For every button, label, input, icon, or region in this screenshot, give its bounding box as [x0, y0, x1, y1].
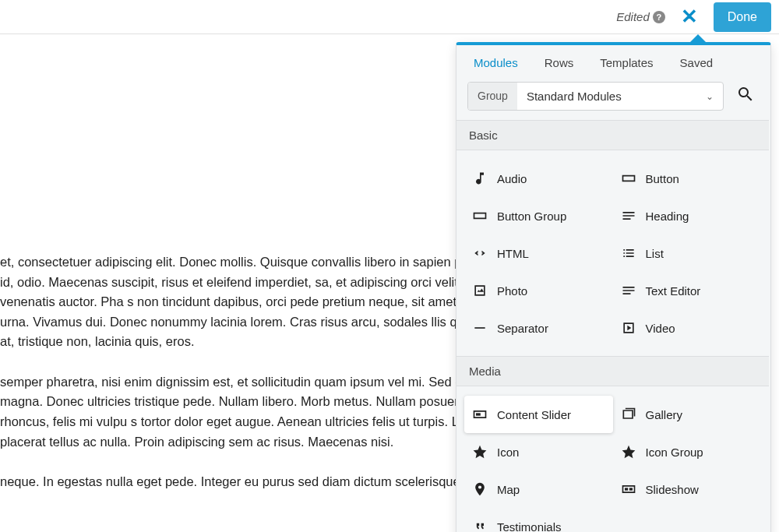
module-video[interactable]: Video [613, 309, 762, 347]
module-map[interactable]: Map [464, 470, 613, 508]
section-media-header: Media [456, 356, 769, 386]
module-button-group[interactable]: Button Group [464, 197, 613, 234]
button-icon [621, 171, 636, 186]
search-icon[interactable] [731, 85, 760, 108]
media-grid: Content Slider Gallery Icon Icon Group M… [456, 386, 769, 532]
text-editor-icon [621, 283, 636, 298]
video-icon [621, 320, 636, 336]
star-icon [621, 444, 636, 460]
module-photo[interactable]: Photo [464, 272, 613, 309]
content-slider-icon [472, 407, 488, 422]
edited-status: Edited ? [616, 10, 665, 23]
filter-row: Group Standard Modules ⌄ [456, 77, 770, 120]
module-separator[interactable]: Separator [464, 309, 613, 347]
tab-templates[interactable]: Templates [600, 56, 653, 69]
module-heading[interactable]: Heading [613, 197, 762, 234]
separator-icon [472, 320, 488, 336]
photo-icon [472, 283, 488, 298]
module-slideshow[interactable]: Slideshow [613, 470, 762, 508]
modules-panel: Modules Rows Templates Saved Group Stand… [456, 42, 771, 532]
chevron-down-icon: ⌄ [706, 91, 714, 102]
audio-icon [472, 171, 488, 186]
tab-saved[interactable]: Saved [680, 56, 714, 69]
gallery-icon [621, 407, 636, 422]
panel-tabs: Modules Rows Templates Saved [456, 45, 770, 77]
topbar: Edited ? ✕ Done [0, 0, 779, 34]
module-testimonials[interactable]: Testimonials [464, 508, 613, 532]
section-basic-header: Basic [456, 120, 769, 150]
module-list[interactable]: List [613, 234, 762, 272]
group-label: Group [468, 83, 517, 110]
close-button[interactable]: ✕ [676, 5, 703, 29]
done-button[interactable]: Done [714, 2, 771, 32]
module-button[interactable]: Button [613, 160, 762, 197]
tab-modules[interactable]: Modules [474, 56, 518, 69]
module-gallery[interactable]: Gallery [613, 396, 762, 433]
module-icon-group[interactable]: Icon Group [613, 433, 762, 470]
group-value: Standard Modules ⌄ [517, 83, 723, 110]
module-text-editor[interactable]: Text Editor [613, 272, 762, 309]
button-group-icon [472, 208, 488, 224]
html-icon [472, 245, 488, 261]
module-html[interactable]: HTML [464, 234, 613, 272]
quote-icon [472, 519, 488, 532]
svg-rect-1 [625, 488, 628, 490]
panel-body: Basic Audio Button Button Group Heading … [456, 120, 770, 532]
heading-icon [621, 208, 636, 224]
map-icon [472, 481, 488, 497]
svg-rect-2 [629, 488, 632, 490]
module-content-slider[interactable]: Content Slider [464, 396, 613, 433]
module-icon[interactable]: Icon [464, 433, 613, 470]
svg-rect-0 [476, 413, 481, 415]
slideshow-icon [621, 481, 636, 497]
help-icon[interactable]: ? [653, 11, 665, 23]
star-icon [472, 444, 488, 460]
basic-grid: Audio Button Button Group Heading HTML L… [456, 150, 769, 356]
tab-rows[interactable]: Rows [545, 56, 574, 69]
module-audio[interactable]: Audio [464, 160, 613, 197]
group-select[interactable]: Group Standard Modules ⌄ [467, 82, 724, 111]
list-icon [621, 245, 636, 261]
